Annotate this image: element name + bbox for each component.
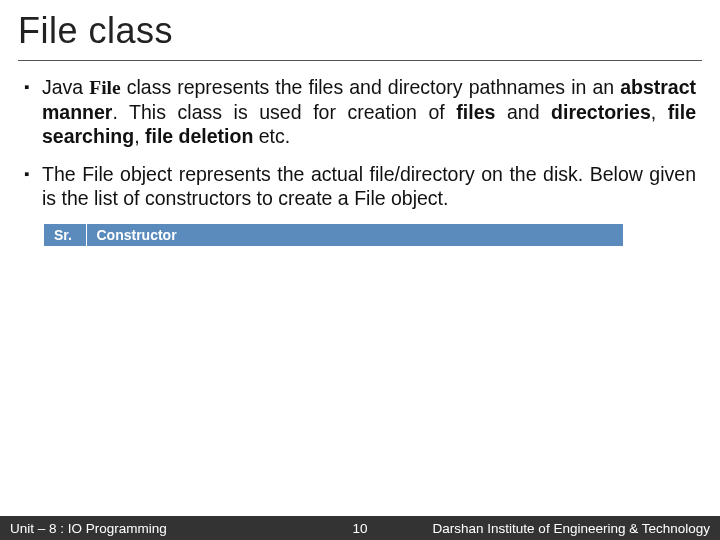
- table-header-row: Sr. Constructor: [44, 224, 624, 246]
- th-sr: Sr.: [44, 224, 86, 246]
- slide: File class ▪Java File class represents t…: [0, 0, 720, 540]
- constructor-table: Sr. Constructor: [44, 224, 624, 246]
- title-area: File class: [0, 0, 720, 56]
- page-title: File class: [18, 10, 702, 52]
- footer: Unit – 8 : IO Programming 10 Darshan Ins…: [0, 516, 720, 540]
- bullet-text: The File object represents the actual fi…: [42, 162, 696, 210]
- footer-page-number: 10: [352, 521, 367, 536]
- footer-unit: Unit – 8 : IO Programming: [0, 521, 167, 536]
- footer-institute: Darshan Institute of Engineering & Techn…: [433, 521, 720, 536]
- th-constructor: Constructor: [86, 224, 624, 246]
- body: ▪Java File class represents the files an…: [0, 61, 720, 210]
- bullet-item: ▪The File object represents the actual f…: [24, 162, 696, 210]
- bullet-marker-icon: ▪: [24, 75, 42, 148]
- bullet-text: Java File class represents the files and…: [42, 75, 696, 148]
- table-wrap: Sr. Constructor: [44, 224, 696, 246]
- bullet-item: ▪Java File class represents the files an…: [24, 75, 696, 148]
- bullet-marker-icon: ▪: [24, 162, 42, 210]
